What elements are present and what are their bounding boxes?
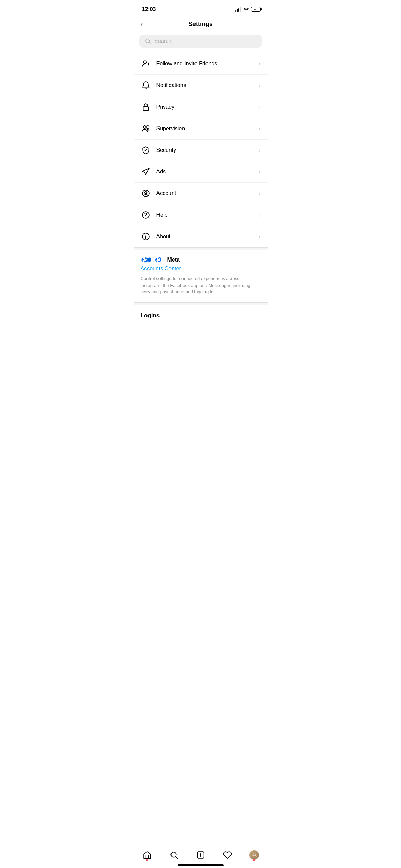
section-divider-2 (134, 302, 268, 305)
menu-item-account[interactable]: Account › (134, 183, 268, 204)
meta-description: Control settings for connected experienc… (141, 275, 261, 296)
menu-label-follow-invite: Follow and Invite Friends (156, 61, 259, 67)
menu-label-about: About (156, 233, 259, 240)
status-icons: 60 (235, 7, 261, 12)
back-button[interactable]: ‹ (141, 21, 143, 28)
help-icon (141, 210, 151, 220)
status-time: 12:03 (142, 6, 156, 12)
svg-point-17 (141, 258, 142, 262)
search-bar[interactable]: Search (139, 35, 262, 48)
accounts-center-link[interactable]: Accounts Center (141, 266, 261, 272)
menu-label-privacy: Privacy (156, 104, 259, 110)
menu-item-help[interactable]: Help › (134, 204, 268, 226)
logins-title: Logins (141, 312, 160, 319)
menu-label-notifications: Notifications (156, 82, 259, 88)
supervision-icon (141, 123, 151, 134)
meta-logo-row: Meta (141, 257, 261, 263)
svg-line-1 (149, 42, 150, 44)
chevron-right-icon: › (259, 104, 261, 111)
menu-label-supervision: Supervision (156, 125, 259, 132)
bell-icon (141, 80, 151, 91)
page-title: Settings (188, 21, 213, 28)
svg-point-7 (146, 126, 149, 129)
chevron-right-icon: › (259, 60, 261, 68)
svg-point-9 (149, 168, 149, 169)
search-icon (145, 38, 151, 44)
menu-item-about[interactable]: About › (134, 226, 268, 247)
wifi-icon (243, 7, 249, 11)
chevron-right-icon: › (259, 190, 261, 197)
chevron-right-icon: › (259, 82, 261, 89)
chevron-right-icon: › (259, 168, 261, 176)
svg-point-2 (143, 61, 146, 64)
chevron-right-icon: › (259, 212, 261, 219)
page-header: ‹ Settings (134, 16, 268, 32)
meta-brand-text: Meta (167, 257, 180, 263)
svg-point-6 (143, 126, 146, 129)
menu-item-supervision[interactable]: Supervision › (134, 118, 268, 140)
info-icon (141, 231, 151, 242)
search-placeholder: Search (154, 38, 172, 44)
menu-item-notifications[interactable]: Notifications › (134, 75, 268, 96)
logins-section: Logins (134, 305, 268, 323)
menu-item-ads[interactable]: Ads › (134, 161, 268, 183)
meta-logo-icon (141, 257, 152, 263)
svg-rect-5 (143, 107, 148, 111)
menu-label-help: Help (156, 212, 259, 218)
menu-item-security[interactable]: Security › (134, 140, 268, 161)
lock-icon (141, 102, 151, 112)
menu-label-account: Account (156, 190, 259, 196)
chevron-right-icon: › (259, 125, 261, 132)
status-bar: 12:03 60 (134, 0, 268, 16)
search-container: Search (134, 32, 268, 53)
section-divider (134, 247, 268, 250)
meta-brand-icon (154, 257, 165, 263)
account-icon (141, 188, 151, 198)
menu-item-follow-invite[interactable]: Follow and Invite Friends › (134, 53, 268, 75)
svg-point-16 (145, 235, 146, 236)
person-add-icon (141, 59, 151, 69)
security-icon (141, 145, 151, 155)
menu-label-security: Security (156, 147, 259, 153)
ads-icon (141, 167, 151, 177)
battery-icon: 60 (251, 7, 261, 12)
chevron-right-icon: › (259, 233, 261, 240)
menu-item-privacy[interactable]: Privacy › (134, 96, 268, 118)
settings-menu: Follow and Invite Friends › Notification… (134, 53, 268, 247)
signal-icon (235, 7, 241, 12)
menu-label-ads: Ads (156, 169, 259, 175)
svg-point-13 (145, 217, 146, 217)
chevron-right-icon: › (259, 147, 261, 154)
meta-section: Meta Accounts Center Control settings fo… (134, 250, 268, 302)
svg-point-11 (144, 192, 147, 194)
